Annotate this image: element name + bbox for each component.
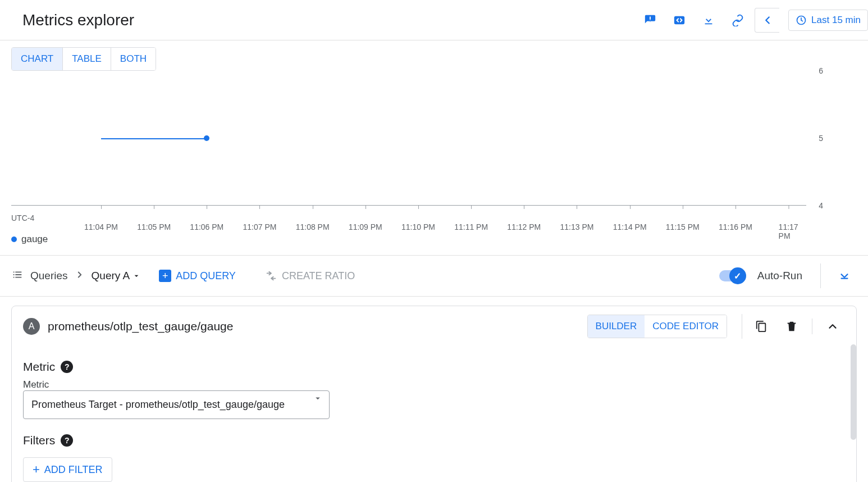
x-tick: 11:08 PM [296, 222, 330, 231]
tab-table[interactable]: TABLE [63, 48, 111, 70]
timezone-label: UTC-4 [11, 213, 34, 222]
time-range-label: Last 15 min [811, 15, 861, 26]
metric-path: prometheus/otlp_test_gauge/gauge [48, 320, 579, 333]
add-query-label: ADD QUERY [176, 270, 236, 282]
filters-label-text: Filters [23, 434, 55, 447]
time-range-picker[interactable]: Last 15 min [788, 10, 868, 31]
x-tick: 11:04 PM [84, 222, 118, 231]
list-icon [11, 269, 24, 283]
x-tick: 11:14 PM [613, 222, 647, 231]
y-tick: 4 [819, 201, 823, 210]
add-query-button[interactable]: + ADD QUERY [159, 270, 236, 282]
metric-section-label: Metric ? [23, 360, 845, 374]
metric-field[interactable]: Metric Prometheus Target - prometheus/ot… [23, 379, 330, 419]
x-tick: 11:09 PM [349, 222, 382, 231]
metric-field-legend: Metric [23, 379, 330, 390]
metric-label-text: Metric [23, 360, 55, 374]
mode-builder[interactable]: BUILDER [588, 315, 645, 338]
prev-time-button[interactable] [755, 8, 779, 33]
y-axis: 6 5 4 [812, 71, 857, 206]
help-icon[interactable]: ? [61, 434, 73, 447]
create-ratio-label: CREATE RATIO [282, 270, 355, 282]
header: Metrics explorer Last 15 min [0, 0, 868, 40]
chart-plot-area[interactable] [11, 71, 806, 206]
x-tick: 11:17 PM [779, 222, 798, 240]
help-icon[interactable]: ? [61, 361, 73, 373]
x-tick: 11:16 PM [719, 222, 752, 231]
add-filter-button[interactable]: + ADD FILTER [23, 457, 112, 482]
x-tick: 11:07 PM [243, 222, 277, 231]
legend-item: gauge [21, 234, 48, 245]
plus-box-icon: + [159, 270, 171, 282]
add-filter-label: ADD FILTER [44, 464, 103, 476]
chart: 6 5 4 UTC-4 11:04 PM 11:05 PM 11:06 PM 1… [11, 71, 857, 234]
page-title: Metrics explorer [22, 11, 134, 29]
panel-scrollbar[interactable] [851, 344, 856, 440]
chart-data-point [204, 135, 209, 141]
x-tick: 11:05 PM [137, 222, 171, 231]
legend-dot-icon [11, 237, 17, 242]
editor-mode-toggle: BUILDER CODE EDITOR [587, 315, 727, 338]
auto-run-label: Auto-Run [757, 270, 802, 282]
x-tick: 11:11 PM [454, 222, 488, 231]
queries-label: Queries [30, 270, 68, 282]
x-tick: 11:12 PM [507, 222, 541, 231]
query-name-label: Query A [92, 270, 130, 282]
svg-rect-0 [674, 16, 684, 24]
feedback-icon[interactable] [638, 8, 663, 33]
x-tick: 11:15 PM [666, 222, 700, 231]
x-tick: 11:10 PM [401, 222, 435, 231]
ratio-icon [265, 270, 277, 282]
y-tick: 6 [819, 66, 823, 75]
auto-run-toggle[interactable] [719, 270, 744, 281]
download-icon[interactable] [696, 8, 721, 33]
x-tick: 11:06 PM [190, 222, 223, 231]
query-panel: A prometheus/otlp_test_gauge/gauge BUILD… [11, 306, 857, 482]
delete-query-button[interactable] [779, 314, 804, 339]
header-actions: Last 15 min [638, 8, 868, 33]
chevron-right-icon [75, 270, 85, 282]
separator [812, 319, 812, 334]
tab-chart[interactable]: CHART [12, 48, 63, 70]
copy-query-button[interactable] [749, 314, 774, 339]
link-icon[interactable] [725, 8, 750, 33]
plus-icon: + [33, 463, 40, 476]
x-tick: 11:13 PM [560, 222, 594, 231]
create-ratio-button[interactable]: CREATE RATIO [265, 270, 355, 282]
chart-series-line [101, 138, 207, 139]
mode-code-editor[interactable]: CODE EDITOR [645, 315, 727, 338]
query-selector[interactable]: Query A [92, 270, 141, 282]
query-panel-header: A prometheus/otlp_test_gauge/gauge BUILD… [12, 306, 856, 347]
collapse-panel-button[interactable] [820, 314, 845, 339]
view-tabs: CHART TABLE BOTH [11, 47, 156, 71]
metric-select[interactable]: Prometheus Target - prometheus/otlp_test… [23, 390, 330, 419]
collapse-all-button[interactable] [832, 263, 857, 288]
tab-both[interactable]: BOTH [111, 48, 156, 70]
query-panel-body: Metric ? Metric Prometheus Target - prom… [12, 347, 856, 482]
chart-legend: gauge [11, 234, 868, 245]
query-bar: Queries Query A + ADD QUERY CREATE RATIO… [0, 255, 868, 297]
caret-down-icon [313, 393, 323, 406]
code-icon[interactable] [667, 8, 692, 33]
caret-down-icon [132, 271, 141, 280]
filters-section-label: Filters ? [23, 434, 845, 447]
y-tick: 5 [819, 134, 823, 143]
query-badge: A [23, 318, 40, 335]
clock-icon [796, 15, 807, 26]
